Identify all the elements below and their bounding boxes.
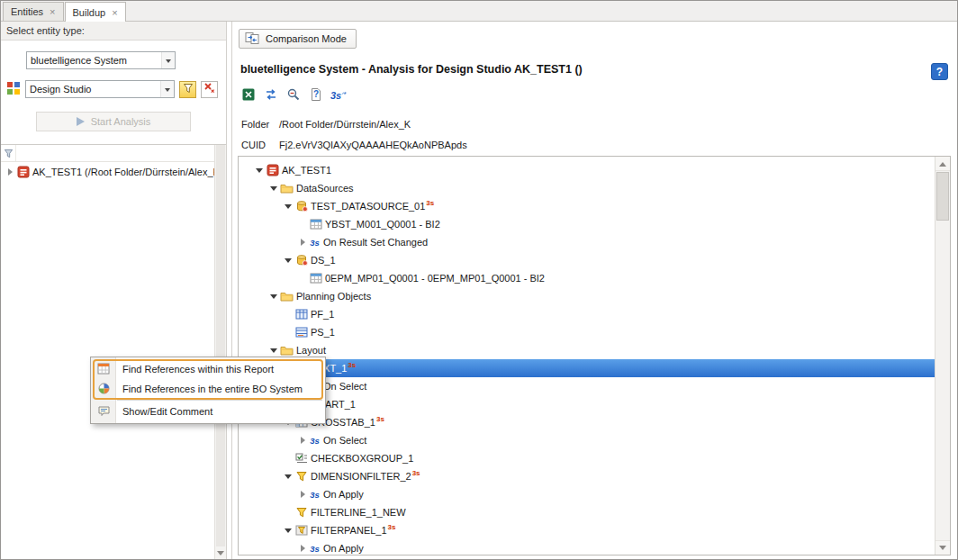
help-button[interactable]: ? <box>931 63 948 80</box>
filter-settings-button[interactable] <box>179 81 196 98</box>
menu-separator <box>117 400 322 401</box>
scrollbar[interactable] <box>214 145 226 559</box>
collapse-icon[interactable] <box>267 345 279 357</box>
collapse-icon[interactable] <box>282 471 294 483</box>
arrow-up-icon <box>939 158 946 167</box>
scrollbar-thumb[interactable] <box>216 145 225 546</box>
arrow-spacer <box>282 309 294 321</box>
collapse-icon[interactable] <box>267 183 279 194</box>
tree-node[interactable]: 3sOn Apply <box>239 485 935 503</box>
collapse-icon[interactable] <box>282 201 294 212</box>
start-analysis-label: Start Analysis <box>91 116 151 127</box>
tree-node[interactable]: 3sOn Select <box>239 431 935 449</box>
expand-icon[interactable] <box>296 543 308 555</box>
magnifier-icon <box>286 87 301 104</box>
tree-node-label: Layout <box>296 345 326 356</box>
tree-node-label: TEST_DATASOURCE_01 <box>311 201 425 212</box>
export-excel-button[interactable] <box>240 87 257 104</box>
close-icon[interactable]: × <box>112 8 117 17</box>
scroll-down-button[interactable] <box>215 547 226 559</box>
expand-icon[interactable] <box>4 166 15 177</box>
tree-node[interactable]: 3sOn Select <box>239 377 935 395</box>
entity-controls: bluetelligence System Design Studio Star… <box>1 41 226 142</box>
folder-icon <box>279 344 294 357</box>
tree-node[interactable]: TEXT_13s <box>239 359 935 377</box>
zoom-button[interactable] <box>285 87 302 104</box>
scroll-down-button[interactable] <box>935 540 950 555</box>
tree-node[interactable]: TEST_DATASOURCE_013s <box>239 197 935 215</box>
toggle-3s-button[interactable]: 3s <box>330 87 347 104</box>
scrollbar-thumb[interactable] <box>936 172 949 221</box>
tree-node-label: AK_TEST1 <box>282 165 331 176</box>
analysis-info: Folder/Root Folder/Dürrstein/Alex_K CUID… <box>241 114 467 156</box>
tree-node[interactable]: Layout <box>239 341 935 359</box>
arrow-spacer <box>296 273 308 285</box>
tree-node[interactable]: PF_1 <box>239 305 935 323</box>
chevron-down-icon[interactable] <box>161 52 175 68</box>
transfer-button[interactable] <box>263 87 279 104</box>
scrollbar[interactable] <box>935 157 950 555</box>
design-studio-icon <box>6 81 21 97</box>
query-icon <box>308 272 323 285</box>
help-doc-button[interactable]: ? <box>308 87 324 104</box>
arrow-down-icon <box>217 551 224 559</box>
menu-item-find-references-system[interactable]: Find References in the entire BO System <box>91 379 325 399</box>
clear-filter-button[interactable] <box>201 81 218 98</box>
entity-tree-item[interactable]: AK_TEST1 (/Root Folder/Dürrstein/Alex_K) <box>1 162 214 181</box>
expand-icon[interactable] <box>296 435 308 447</box>
3s-badge: 3s <box>412 469 420 477</box>
arrow-spacer <box>282 327 294 339</box>
tree-node[interactable]: YBST_M001_Q0001 - BI2 <box>239 215 935 233</box>
comparison-mode-button[interactable]: Comparison Mode <box>239 29 357 49</box>
filterpanel-icon <box>294 524 309 537</box>
tree-node[interactable]: FILTERPANEL_13s <box>239 521 935 539</box>
tree-node[interactable]: Planning Objects <box>239 287 935 305</box>
analysis-tree-box: AK_TEST1DataSourcesTEST_DATASOURCE_013sY… <box>238 156 951 555</box>
expand-icon[interactable] <box>296 489 308 501</box>
filter-row[interactable] <box>1 145 226 162</box>
tree-node[interactable]: CROSSTAB_13s <box>239 413 935 431</box>
tree-node[interactable]: DIMENSIONFILTER_23s <box>239 467 935 485</box>
tree-node-label: PF_1 <box>311 309 334 320</box>
three-s-icon: 3s <box>330 90 341 101</box>
close-icon[interactable]: × <box>50 7 55 16</box>
tree-node[interactable]: CHECKBOXGROUP_1 <box>239 449 935 467</box>
tree-node[interactable]: FILTERLINE_1_NEW <box>239 503 935 521</box>
collapse-icon[interactable] <box>253 165 265 176</box>
excel-icon <box>241 87 256 104</box>
menu-item-show-edit-comment[interactable]: Show/Edit Comment <box>91 402 325 421</box>
analysis-tree: AK_TEST1DataSourcesTEST_DATASOURCE_013sY… <box>239 157 935 555</box>
folder-icon <box>279 182 294 194</box>
folder-row: Folder/Root Folder/Dürrstein/Alex_K <box>241 114 467 135</box>
collapse-icon[interactable] <box>267 291 279 303</box>
tab-entities[interactable]: Entities × <box>3 2 64 21</box>
chevron-down-icon[interactable] <box>160 81 174 97</box>
tab-buildup[interactable]: Buildup × <box>65 2 126 22</box>
tree-node[interactable]: 3sOn Result Set Changed <box>239 233 935 251</box>
tree-node-label: On Result Set Changed <box>323 237 428 248</box>
tree-node-label: On Apply <box>323 489 364 500</box>
collapse-icon[interactable] <box>282 525 294 537</box>
filter-icon <box>294 470 309 483</box>
expand-icon[interactable] <box>296 237 308 248</box>
tree-node[interactable]: 3sOn Apply <box>239 539 935 555</box>
start-analysis-button[interactable]: Start Analysis <box>36 112 191 131</box>
panel-splitter[interactable] <box>226 22 232 559</box>
planfunc-icon <box>294 308 309 321</box>
tree-node[interactable]: PS_1 <box>239 323 935 341</box>
tree-node[interactable]: DataSources <box>239 179 935 197</box>
entity-panel-header: Select entity type: <box>1 22 226 41</box>
entity-type-select-value: Design Studio <box>26 84 160 95</box>
tree-node[interactable]: DS_1 <box>239 251 935 269</box>
tree-node-label: DIMENSIONFILTER_2 <box>311 471 411 482</box>
collapse-icon[interactable] <box>282 255 294 266</box>
menu-item-find-references-report[interactable]: Find References within this Report <box>91 359 325 379</box>
tree-node-label: DataSources <box>296 183 354 194</box>
scroll-up-button[interactable] <box>935 157 950 171</box>
entity-type-select[interactable]: Design Studio <box>25 80 175 98</box>
tree-node[interactable]: 0EPM_MP01_Q0001 - 0EPM_MP01_Q0001 - BI2 <box>239 269 935 287</box>
tree-node[interactable]: AK_TEST1 <box>239 161 935 179</box>
comparison-label: Comparison Mode <box>266 33 347 44</box>
tree-node[interactable]: CHART_1 <box>239 395 935 413</box>
system-select[interactable]: bluetelligence System <box>26 51 176 69</box>
